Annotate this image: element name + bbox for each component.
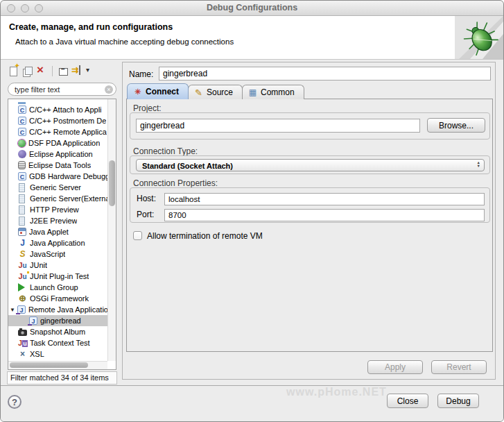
- tab-source[interactable]: Source: [188, 85, 243, 99]
- tab-label: Source: [207, 87, 233, 97]
- tree-item-generic-server[interactable]: Generic Server: [8, 182, 107, 193]
- source-icon: [194, 87, 203, 98]
- revert-button[interactable]: Revert: [431, 360, 487, 374]
- tree-item-label: C/C++ Postmortem De: [29, 117, 106, 125]
- tree-item-j2ee-preview[interactable]: J2EE Preview: [8, 215, 107, 226]
- project-group: Browse...: [130, 112, 490, 140]
- filter-dropdown-icon[interactable]: [71, 65, 89, 77]
- tree-item-label: Generic Server: [30, 183, 81, 192]
- tree-item-eclipse-data-tools[interactable]: Eclipse Data Tools: [8, 160, 107, 171]
- new-config-icon[interactable]: [8, 65, 20, 77]
- connection-type-select[interactable]: Standard (Socket Attach) ▲ ▼: [136, 159, 485, 171]
- tree-item-label: DSF PDA Application: [28, 139, 100, 147]
- c-icon: [18, 117, 26, 125]
- tree-item-label: OSGi Framework: [30, 294, 89, 303]
- name-label: Name:: [129, 69, 153, 79]
- tree-item-label: HTTP Preview: [30, 205, 79, 214]
- vertical-scrollbar-thumb[interactable]: [109, 160, 115, 206]
- tree-item-generic-server-externa[interactable]: Generic Server(Externa: [8, 193, 107, 204]
- tree-item-label: Java Application: [30, 239, 85, 247]
- tree-item-http-preview[interactable]: HTTP Preview: [8, 204, 107, 215]
- allow-termination-checkbox[interactable]: [133, 231, 142, 240]
- configurations-tree: C/C++ Attach to AppliC/C++ Postmortem De…: [8, 99, 116, 370]
- tree-item-snapshot-album[interactable]: Snapshot Album: [8, 326, 107, 337]
- config-toolbar: [8, 64, 91, 78]
- tab-label: Common: [261, 87, 295, 97]
- debug-button[interactable]: Debug: [437, 394, 479, 408]
- window-title: Debug Configurations: [1, 3, 503, 12]
- tree-item-gingerbread[interactable]: gingerbread: [8, 315, 107, 326]
- tab-connect[interactable]: Connect: [127, 83, 189, 99]
- db-icon: [18, 161, 26, 169]
- tree-item-xsl[interactable]: XSL: [8, 348, 107, 360]
- junitp-icon: [18, 272, 27, 281]
- tree-item-junit-plug-in-test[interactable]: JUnit Plug-in Test: [8, 271, 107, 282]
- launch-icon: [18, 283, 25, 292]
- connection-type-group-label: Connection Type:: [133, 146, 198, 156]
- tree-item-label: Java Applet: [29, 228, 69, 236]
- tree-item-remote-java-applicatio[interactable]: ▼Remote Java Applicatio: [8, 304, 107, 315]
- collapse-all-icon[interactable]: [58, 65, 70, 77]
- debug-bug-logo: [455, 16, 503, 59]
- help-button[interactable]: ?: [8, 395, 21, 409]
- tree-item-label: Eclipse Application: [29, 150, 93, 158]
- close-button[interactable]: Close: [387, 394, 428, 408]
- header-banner: Create, manage, and run configurations A…: [1, 16, 503, 60]
- title-bar: Debug Configurations: [1, 1, 503, 16]
- clear-filter-icon[interactable]: ×: [105, 85, 113, 94]
- tree-item-task-context-test[interactable]: Task Context Test: [8, 337, 107, 348]
- bug-icon: [455, 16, 503, 59]
- tree-item-junit[interactable]: JUnit: [8, 260, 107, 271]
- tree-item-label: gingerbread: [40, 316, 81, 325]
- toolbar-separator: [52, 66, 53, 76]
- c-icon: [18, 128, 26, 136]
- tree-item-label: Remote Java Applicatio: [28, 305, 107, 314]
- debug-configurations-dialog: Debug Configurations Create, manage, and…: [0, 0, 504, 422]
- xsl-icon: [18, 350, 27, 359]
- camera-icon: [18, 330, 27, 336]
- applet-icon: [18, 228, 26, 236]
- horizontal-scrollbar-thumb[interactable]: [10, 362, 88, 368]
- expand-arrow-icon[interactable]: ▼: [10, 307, 17, 313]
- tree-item-label: Eclipse Data Tools: [28, 161, 91, 169]
- connection-properties-group: Host: Port:: [130, 187, 490, 223]
- name-input[interactable]: [159, 67, 491, 81]
- tree-item-javascript[interactable]: JavaScript: [8, 248, 107, 260]
- server-icon: [19, 194, 25, 203]
- watermark: www.pHome.NET: [286, 386, 387, 398]
- tree-item-label: Launch Group: [30, 283, 78, 292]
- c-icon: [18, 172, 26, 180]
- tree-item-osgi-framework[interactable]: OSGi Framework: [8, 293, 107, 304]
- host-input[interactable]: [164, 193, 485, 205]
- junit-icon: [18, 261, 27, 270]
- apply-button[interactable]: Apply: [367, 360, 423, 374]
- connection-type-value: Standard (Socket Attach): [142, 162, 233, 170]
- tree-item-label: GDB Hardware Debugg: [29, 172, 107, 180]
- tree-item-eclipse-application[interactable]: Eclipse Application: [8, 149, 107, 160]
- duplicate-config-icon[interactable]: [21, 65, 34, 77]
- tree-item-label: JavaScript: [30, 250, 65, 258]
- delete-config-icon[interactable]: [35, 65, 48, 77]
- tree-item-label: J2EE Preview: [30, 217, 77, 225]
- connect-icon: [133, 87, 142, 96]
- tree-item-label: C/C++ Attach to Appli: [29, 106, 102, 114]
- tree-item-java-application[interactable]: Java Application: [8, 237, 107, 248]
- server-icon: [19, 205, 25, 214]
- osgi-icon: [18, 294, 27, 303]
- tree-item-gdb-hardware-debugg[interactable]: GDB Hardware Debugg: [8, 171, 107, 182]
- tab-common[interactable]: Common: [242, 85, 304, 99]
- project-input[interactable]: [136, 119, 420, 133]
- tree-item-launch-group[interactable]: Launch Group: [8, 282, 107, 293]
- filter-status: Filter matched 34 of 34 items: [7, 371, 117, 385]
- tree-item-dsf-pda-application[interactable]: DSF PDA Application: [8, 137, 107, 149]
- port-input[interactable]: [164, 209, 485, 221]
- tree-item-c-c-postmortem-de[interactable]: C/C++ Postmortem De: [8, 115, 107, 126]
- tree-item-java-applet[interactable]: Java Applet: [8, 226, 107, 237]
- tree-item-label: Snapshot Album: [30, 328, 85, 336]
- tree-item-c-c-attach-to-appli[interactable]: C/C++ Attach to Appli: [8, 104, 107, 115]
- browse-button[interactable]: Browse...: [427, 118, 485, 133]
- tree-item-c-c-remote-applica[interactable]: C/C++ Remote Applica: [8, 126, 107, 137]
- banner-subtitle: Attach to a Java virtual machine accepti…: [15, 37, 234, 46]
- connection-type-group: Standard (Socket Attach) ▲ ▼: [130, 155, 490, 174]
- filter-input[interactable]: [15, 84, 103, 94]
